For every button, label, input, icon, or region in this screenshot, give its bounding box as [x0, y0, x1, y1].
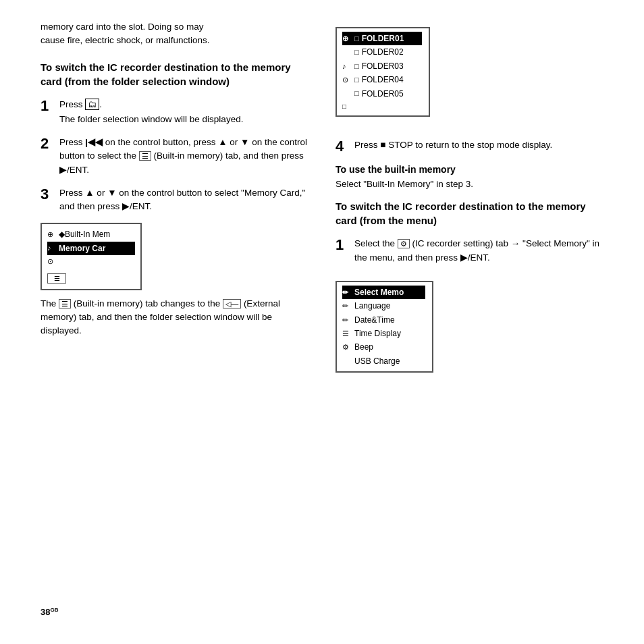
language-label: Language	[354, 299, 390, 313]
folder04-label: FOLDER04	[362, 73, 404, 86]
mem-tab-icon: ☰	[47, 273, 66, 284]
page-number: 38GB	[41, 607, 58, 617]
menu-screen: ✏ Select Memo ✏ Language ✏ Date&Time ☰ T…	[336, 281, 433, 373]
step-3-content: Press ▲ or ▼ on the control button to se…	[59, 186, 308, 214]
menu-row-language: ✏ Language	[342, 299, 425, 313]
step-1-content: Press 🗂. The folder selection window wil…	[59, 98, 308, 127]
folder03-folder-icon: □	[354, 60, 359, 73]
right-column: ⊕ □ FOLDER01 □ FOLDER02 ♪ □ FOLDER03	[336, 20, 603, 593]
builtin-label: ◆Built-In Mem	[59, 227, 110, 241]
folder02-row: □ FOLDER02	[342, 45, 422, 59]
folder03-label: FOLDER03	[362, 59, 404, 73]
folder05-folder-icon: □	[354, 87, 359, 100]
timedisplay-label: Time Display	[354, 327, 401, 340]
selectmemo-label: Select Memo	[354, 286, 404, 299]
language-icon: ✏	[342, 300, 352, 313]
memcard-label: Memory Car	[59, 242, 105, 255]
menu-row-timedisplay: ☰ Time Display	[342, 327, 425, 340]
page-suffix: GB	[50, 607, 58, 613]
menu-step-1-number: 1	[336, 237, 350, 253]
folder01-row: ⊕ □ FOLDER01	[342, 32, 422, 45]
folder-screen-bottom: □	[342, 101, 422, 112]
page-number-area: 38GB	[41, 606, 603, 617]
beep-label: Beep	[354, 340, 373, 354]
folder03-prefix-icon: ♪	[342, 60, 352, 73]
step-1-number: 1	[41, 98, 55, 114]
timedisplay-icon: ☰	[342, 327, 352, 340]
screen-row-memcard: ♪ Memory Car	[47, 242, 135, 255]
menu-row-selectmemo: ✏ Select Memo	[342, 286, 425, 299]
left-column: memory card into the slot. Doing so may …	[41, 20, 308, 593]
menu-section-title: To switch the IC recorder destination to…	[336, 199, 603, 227]
folder02-label: FOLDER02	[362, 45, 404, 59]
step-1-subnote: The folder selection window will be disp…	[59, 113, 308, 126]
folder04-folder-icon: □	[354, 74, 359, 86]
step-2: 2 Press |◀◀ on the control button, press…	[41, 136, 308, 177]
datetime-icon: ✏	[342, 314, 352, 327]
builtin-icon: ⊕	[47, 228, 57, 241]
menu-step-1: 1 Select the ⚙ (IC recorder setting) tab…	[336, 237, 603, 265]
step-1: 1 Press 🗂. The folder selection window w…	[41, 98, 308, 127]
folder03-row: ♪ □ FOLDER03	[342, 59, 422, 73]
folder04-prefix-icon: ⊙	[342, 74, 352, 86]
folder01-folder-icon: □	[354, 32, 359, 45]
page: memory card into the slot. Doing so may …	[0, 0, 644, 644]
extra-icon: ⊙	[47, 255, 57, 268]
builtin-subsection-title: To use the built-in memory	[336, 164, 603, 175]
memcard-icon: ♪	[47, 242, 57, 254]
folder01-label: FOLDER01	[362, 32, 404, 45]
folder-screen-bottom-icon: □	[342, 101, 346, 112]
screen-row-extra: ⊙	[47, 255, 135, 268]
step-3: 3 Press ▲ or ▼ on the control button to …	[41, 186, 308, 214]
intro-text: memory card into the slot. Doing so may …	[41, 20, 308, 48]
screen-row-builtin: ⊕ ◆Built-In Mem	[47, 227, 135, 241]
menu-row-usbcharge: USB Charge	[342, 354, 425, 368]
builtin-subsection: To use the built-in memory Select "Built…	[336, 164, 603, 191]
step-3-number: 3	[41, 186, 55, 203]
folder05-label: FOLDER05	[362, 87, 404, 101]
menu-row-datetime: ✏ Date&Time	[342, 313, 425, 327]
datetime-label: Date&Time	[354, 313, 395, 327]
after-note: The ☰ (Built-in memory) tab changes to t…	[41, 297, 308, 338]
folder05-row: □ FOLDER05	[342, 87, 422, 101]
menu-row-beep: ⚙ Beep	[342, 340, 425, 354]
memory-select-screen: ⊕ ◆Built-In Mem ♪ Memory Car ⊙ ☰	[41, 223, 142, 290]
step-4: 4 Press ■ STOP to return to the stop mod…	[336, 138, 603, 155]
step-4-number: 4	[336, 138, 350, 155]
selectmemo-icon: ✏	[342, 286, 352, 299]
folder-screen-wrapper: ⊕ □ FOLDER01 □ FOLDER02 ♪ □ FOLDER03	[336, 27, 603, 126]
step-2-number: 2	[41, 136, 55, 152]
step-2-content: Press |◀◀ on the control button, press ▲…	[59, 136, 308, 177]
menu-step-1-content: Select the ⚙ (IC recorder setting) tab →…	[354, 237, 603, 265]
screen-bottom-bar: ☰	[47, 271, 135, 286]
builtin-subsection-text: Select "Built-In Memory" in step 3.	[336, 178, 603, 191]
step-4-content: Press ■ STOP to return to the stop mode …	[354, 138, 603, 152]
menu-screen-wrapper: ✏ Select Memo ✏ Language ✏ Date&Time ☰ T…	[336, 274, 603, 373]
step-3-screen: ⊕ ◆Built-In Mem ♪ Memory Car ⊙ ☰	[41, 223, 308, 290]
folder04-row: ⊙ □ FOLDER04	[342, 73, 422, 86]
usbcharge-label: USB Charge	[354, 354, 400, 368]
left-section-title: To switch the IC recorder destination to…	[41, 60, 308, 88]
folder-screen: ⊕ □ FOLDER01 □ FOLDER02 ♪ □ FOLDER03	[336, 27, 430, 117]
beep-icon: ⚙	[342, 341, 352, 354]
folder02-folder-icon: □	[354, 46, 359, 59]
folder01-prefix-icon: ⊕	[342, 32, 352, 45]
